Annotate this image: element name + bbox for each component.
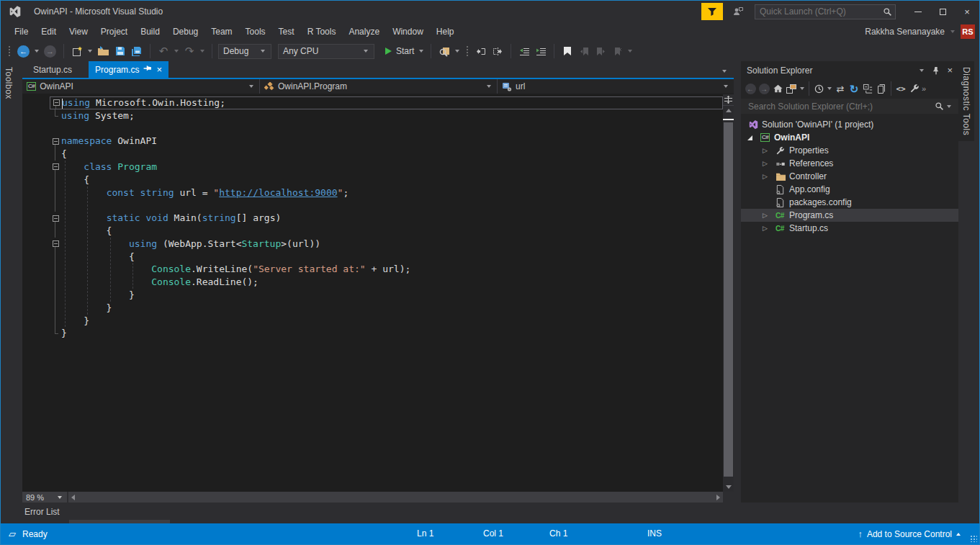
code-line[interactable]: Console.ReadLine();	[50, 276, 723, 289]
navigate-backward-button[interactable]: ←	[16, 43, 31, 59]
zoom-level-dropdown[interactable]: 89 %	[22, 492, 68, 503]
outline-collapse-toggle-icon[interactable]	[50, 135, 61, 148]
outline-collapse-toggle-icon[interactable]	[50, 161, 61, 174]
pin-icon[interactable]	[144, 64, 151, 75]
scroll-left-icon[interactable]	[71, 495, 75, 500]
tree-item-properties[interactable]: ▷Properties	[741, 144, 958, 157]
refresh-button[interactable]: ↻	[848, 81, 860, 96]
view-code-button[interactable]: <>	[894, 81, 907, 96]
code-line[interactable]	[50, 122, 723, 135]
solution-search-input[interactable]	[747, 101, 935, 112]
solution-configuration-dropdown[interactable]: Debug	[218, 44, 271, 59]
find-in-files-button[interactable]	[437, 43, 451, 59]
tab-program-cs[interactable]: Program.cs ×	[89, 61, 168, 78]
open-file-button[interactable]	[96, 43, 111, 59]
clear-bookmarks-button[interactable]	[610, 43, 624, 59]
code-line[interactable]: const string url = "http://localhost:900…	[50, 186, 723, 199]
pin-icon[interactable]	[932, 66, 940, 75]
code-line[interactable]	[50, 199, 723, 212]
tree-item-solution-owinapi-1-project[interactable]: Solution 'OwinAPI' (1 project)	[741, 118, 958, 131]
sync-with-active-document-button[interactable]: ⇄	[834, 81, 847, 96]
project-dropdown[interactable]: C# OwinAPI	[22, 79, 260, 94]
toolbar-drag-handle[interactable]	[466, 45, 469, 57]
navigate-forward-button[interactable]: →	[42, 43, 58, 59]
solution-explorer-titlebar[interactable]: Solution Explorer ×	[741, 61, 958, 79]
se-back-button[interactable]: ←	[744, 81, 757, 96]
maximize-button[interactable]	[930, 2, 955, 21]
scroll-right-icon[interactable]	[716, 495, 720, 500]
find-dropdown-icon[interactable]	[455, 50, 459, 53]
tree-item-program-cs[interactable]: ▷C#Program.cs	[741, 209, 958, 222]
menu-edit[interactable]: Edit	[35, 24, 63, 39]
menu-build[interactable]: Build	[134, 24, 166, 39]
add-to-source-control-button[interactable]: ↑ Add to Source Control	[858, 523, 961, 544]
tab-list-dropdown-icon[interactable]	[722, 70, 727, 73]
previous-bookmark-button[interactable]	[577, 43, 591, 59]
toolbox-tab[interactable]: Toolbox	[1, 61, 17, 105]
outline-collapse-toggle-icon[interactable]	[50, 238, 61, 251]
code-line[interactable]: }	[50, 289, 723, 302]
start-debugging-button[interactable]: Start	[384, 43, 415, 59]
code-line[interactable]: Console.WriteLine("Server started at:" +…	[50, 263, 723, 276]
new-project-button[interactable]	[70, 43, 84, 59]
code-line[interactable]: }	[50, 315, 723, 328]
pending-changes-filter-button[interactable]	[812, 81, 825, 96]
increase-indent-button[interactable]	[534, 43, 548, 59]
comment-out-button[interactable]	[474, 43, 488, 59]
show-all-files-button[interactable]	[875, 81, 888, 96]
outline-collapse-toggle-icon[interactable]	[50, 212, 61, 225]
expander-collapsed-icon[interactable]: ▷	[763, 161, 776, 167]
tree-item-app-config[interactable]: App.config	[741, 183, 958, 196]
collapse-all-button[interactable]	[861, 81, 874, 96]
resize-grip[interactable]	[970, 535, 977, 542]
menu-debug[interactable]: Debug	[166, 24, 204, 39]
close-icon[interactable]: ×	[156, 65, 162, 74]
tab-startup-cs[interactable]: Startup.cs	[27, 61, 78, 78]
tree-item-references[interactable]: ▷References	[741, 157, 958, 170]
menu-file[interactable]: File	[8, 24, 35, 39]
type-dropdown[interactable]: OwinAPI.Program	[260, 79, 498, 94]
minimize-button[interactable]	[906, 2, 930, 21]
vertical-scrollbar[interactable]	[723, 94, 734, 492]
window-position-dropdown-icon[interactable]	[920, 69, 924, 72]
scrollbar-track[interactable]	[723, 115, 734, 482]
tree-item-owinapi[interactable]: C#OwinAPI	[741, 131, 958, 144]
code-line[interactable]: static void Main(string[] args)	[50, 212, 723, 225]
panel-splitter[interactable]	[734, 61, 741, 503]
properties-button[interactable]	[908, 81, 921, 96]
undo-button[interactable]: ↶	[156, 43, 171, 59]
code-line[interactable]: {	[50, 174, 723, 186]
se-forward-button[interactable]: →	[758, 81, 770, 96]
redo-button[interactable]: ↷	[182, 43, 197, 59]
account-name[interactable]: Rakkha Senanayake	[865, 27, 945, 37]
menu-r-tools[interactable]: R Tools	[301, 24, 343, 39]
quick-launch-input[interactable]	[758, 6, 883, 17]
solution-platform-dropdown[interactable]: Any CPU	[278, 44, 374, 59]
close-icon[interactable]: ×	[947, 65, 953, 76]
home-button[interactable]	[771, 81, 784, 96]
code-line[interactable]: }	[50, 302, 723, 315]
feedback-filter-icon[interactable]	[701, 3, 723, 20]
solution-explorer-search-box[interactable]	[741, 99, 958, 114]
close-button[interactable]: ×	[955, 2, 979, 21]
expander-collapsed-icon[interactable]: ▷	[763, 174, 776, 180]
editor-splitter-handle[interactable]	[723, 94, 734, 106]
expander-collapsed-icon[interactable]: ▷	[763, 148, 776, 154]
menu-window[interactable]: Window	[386, 24, 430, 39]
menu-analyze[interactable]: Analyze	[342, 24, 386, 39]
undo-dropdown-icon[interactable]	[174, 50, 179, 53]
code-editor[interactable]: using Microsoft.Owin.Hosting;using Syste…	[22, 94, 734, 492]
expander-collapsed-icon[interactable]: ▷	[763, 225, 776, 232]
toolbar-overflow-icon[interactable]: »	[922, 84, 926, 93]
menu-test[interactable]: Test	[272, 24, 301, 39]
tree-item-startup-cs[interactable]: ▷C#Startup.cs	[741, 222, 958, 235]
code-line[interactable]: }	[50, 327, 723, 340]
redo-dropdown-icon[interactable]	[200, 50, 204, 53]
menu-help[interactable]: Help	[430, 24, 461, 39]
menu-team[interactable]: Team	[204, 24, 238, 39]
account-dropdown-icon[interactable]	[950, 30, 955, 33]
code-line[interactable]: namespace OwinAPI	[50, 135, 723, 148]
tree-item-packages-config[interactable]: packages.config	[741, 196, 958, 209]
next-bookmark-button[interactable]	[593, 43, 608, 59]
horizontal-scrollbar[interactable]	[68, 492, 723, 503]
